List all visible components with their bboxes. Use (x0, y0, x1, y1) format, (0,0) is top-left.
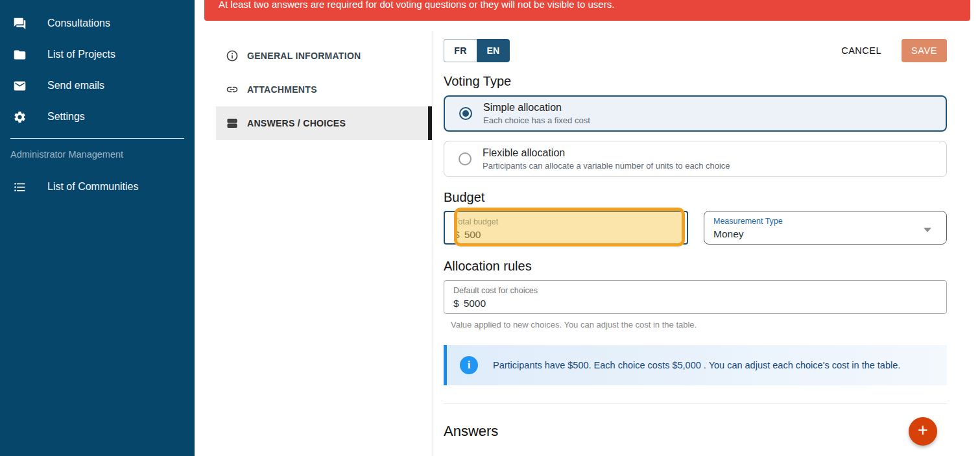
answers-header: Answers + (444, 417, 947, 446)
table-rows-icon (226, 117, 239, 130)
sidebar-item-settings[interactable]: Settings (0, 101, 195, 132)
sidebar-item-label: List of Communities (47, 181, 139, 193)
voting-option-simple-allocation[interactable]: Simple allocation Each choice has a fixe… (444, 95, 947, 132)
tab-label: GENERAL INFORMATION (247, 51, 361, 61)
sidebar-item-send-emails[interactable]: Send emails (0, 70, 195, 101)
sidebar: Consultations List of Projects Send emai… (0, 0, 195, 456)
measurement-type-select[interactable]: Measurement Type Money (704, 211, 947, 245)
plus-icon: + (918, 422, 928, 439)
link-icon (226, 83, 239, 96)
option-subtitle: Participants can allocate a variable num… (483, 161, 730, 171)
default-cost-field[interactable]: Default cost for choices $ 5000 (444, 280, 947, 314)
option-title: Flexible allocation (483, 147, 730, 159)
budget-heading: Budget (444, 190, 947, 205)
radio-unchecked-icon[interactable] (459, 152, 472, 165)
chevron-down-icon[interactable] (924, 228, 931, 232)
sidebar-item-label: Settings (47, 111, 85, 123)
email-icon (12, 78, 27, 93)
budget-row: Total budget $ 500 Measurement Type Mone… (444, 211, 947, 245)
tab-label: ATTACHMENTS (247, 84, 317, 95)
measurement-type-value: Money (713, 228, 937, 240)
voting-option-flexible-allocation[interactable]: Flexible allocation Participants can all… (444, 141, 947, 177)
sidebar-item-list-of-projects[interactable]: List of Projects (0, 39, 195, 70)
tab-label: ANSWERS / CHOICES (247, 118, 346, 128)
sidebar-item-label: Consultations (47, 18, 110, 29)
default-cost-helper-text: Value applied to new choices. You can ad… (444, 320, 947, 330)
cancel-button[interactable]: CANCEL (841, 45, 881, 56)
tab-attachments[interactable]: ATTACHMENTS (216, 73, 432, 106)
save-button[interactable]: SAVE (902, 39, 947, 62)
info-alert-text: Participants have $500. Each choice cost… (493, 360, 900, 370)
total-budget-field[interactable]: Total budget $ 500 (444, 211, 688, 245)
warning-banner-text: At least two answers are required for do… (219, 0, 614, 9)
default-cost-value[interactable]: $ 5000 (453, 298, 937, 309)
currency-prefix: $ (453, 298, 459, 309)
app-window: Consultations List of Projects Send emai… (0, 0, 980, 456)
chat-icon (12, 16, 27, 31)
info-outline-icon (226, 49, 239, 62)
option-subtitle: Each choice has a fixed cost (483, 115, 590, 125)
currency-prefix: $ (454, 229, 460, 241)
tab-general-information[interactable]: GENERAL INFORMATION (216, 39, 432, 73)
answers-divider (444, 403, 947, 403)
tab-language-fr[interactable]: FR (444, 39, 477, 62)
info-icon: i (460, 356, 478, 374)
sidebar-item-label: Send emails (47, 80, 104, 91)
sidebar-item-list-of-communities[interactable]: List of Communities (0, 171, 195, 202)
sidebar-item-label: List of Projects (47, 49, 115, 60)
tab-answers-choices[interactable]: ANSWERS / CHOICES (216, 106, 432, 140)
gear-icon (12, 109, 27, 125)
sidebar-divider (10, 138, 184, 139)
voting-type-heading: Voting Type (444, 74, 947, 89)
sidebar-section-label: Administrator Management (0, 148, 195, 161)
option-text: Flexible allocation Participants can all… (483, 147, 730, 171)
list-icon (12, 179, 27, 195)
radio-checked-icon[interactable] (459, 107, 472, 120)
total-budget-label: Total budget (454, 217, 678, 226)
section-divider-vertical (433, 31, 433, 456)
main-panel: FR EN CANCEL SAVE Voting Type Simple all… (444, 39, 947, 446)
option-title: Simple allocation (483, 102, 590, 114)
answers-heading: Answers (444, 423, 498, 440)
section-nav: GENERAL INFORMATION ATTACHMENTS ANSWERS … (216, 39, 432, 140)
total-budget-amount: 500 (464, 229, 481, 241)
warning-banner: At least two answers are required for do… (204, 0, 970, 21)
tab-language-en[interactable]: EN (477, 39, 510, 62)
measurement-type-label: Measurement Type (713, 217, 937, 226)
folder-icon (12, 47, 27, 62)
add-answer-button[interactable]: + (909, 417, 937, 446)
allocation-rules-heading: Allocation rules (444, 259, 947, 274)
default-cost-label: Default cost for choices (453, 286, 937, 295)
info-alert: i Participants have $500. Each choice co… (444, 345, 947, 385)
option-text: Simple allocation Each choice has a fixe… (483, 102, 590, 125)
default-cost-amount: 5000 (464, 298, 486, 309)
total-budget-value[interactable]: $ 500 (454, 229, 678, 241)
sidebar-item-consultations[interactable]: Consultations (0, 8, 195, 39)
toolbar: FR EN CANCEL SAVE (444, 39, 947, 62)
